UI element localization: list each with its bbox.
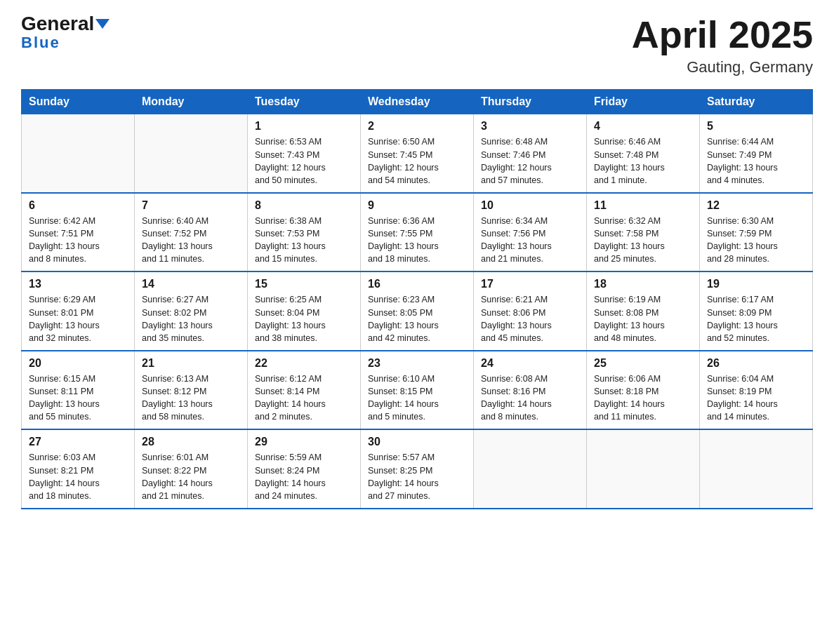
day-number: 30 bbox=[368, 436, 466, 448]
calendar-cell: 1Sunrise: 6:53 AM Sunset: 7:43 PM Daylig… bbox=[248, 114, 361, 193]
day-info: Sunrise: 6:30 AM Sunset: 7:59 PM Dayligh… bbox=[707, 215, 805, 266]
calendar-cell: 6Sunrise: 6:42 AM Sunset: 7:51 PM Daylig… bbox=[22, 193, 135, 272]
day-info: Sunrise: 6:17 AM Sunset: 8:09 PM Dayligh… bbox=[707, 293, 805, 344]
day-number: 18 bbox=[594, 278, 692, 290]
day-number: 1 bbox=[255, 120, 353, 133]
calendar-week-row: 13Sunrise: 6:29 AM Sunset: 8:01 PM Dayli… bbox=[22, 271, 813, 351]
calendar-cell: 27Sunrise: 6:03 AM Sunset: 8:21 PM Dayli… bbox=[22, 429, 135, 509]
page-header: General Blue April 2025 Gauting, Germany bbox=[21, 14, 813, 76]
calendar-cell: 25Sunrise: 6:06 AM Sunset: 8:18 PM Dayli… bbox=[587, 351, 700, 430]
calendar-cell: 17Sunrise: 6:21 AM Sunset: 8:06 PM Dayli… bbox=[474, 271, 587, 351]
day-info: Sunrise: 6:04 AM Sunset: 8:19 PM Dayligh… bbox=[707, 373, 805, 424]
day-info: Sunrise: 6:32 AM Sunset: 7:58 PM Dayligh… bbox=[594, 215, 692, 266]
calendar-cell: 5Sunrise: 6:44 AM Sunset: 7:49 PM Daylig… bbox=[700, 114, 813, 193]
day-number: 4 bbox=[594, 120, 692, 133]
day-info: Sunrise: 6:44 AM Sunset: 7:49 PM Dayligh… bbox=[707, 135, 805, 187]
calendar-cell: 24Sunrise: 6:08 AM Sunset: 8:16 PM Dayli… bbox=[474, 351, 587, 430]
calendar-cell: 2Sunrise: 6:50 AM Sunset: 7:45 PM Daylig… bbox=[361, 114, 474, 193]
calendar-week-row: 1Sunrise: 6:53 AM Sunset: 7:43 PM Daylig… bbox=[22, 114, 813, 193]
day-number: 23 bbox=[368, 357, 466, 370]
day-info: Sunrise: 6:03 AM Sunset: 8:21 PM Dayligh… bbox=[29, 451, 127, 502]
day-info: Sunrise: 6:40 AM Sunset: 7:52 PM Dayligh… bbox=[142, 215, 240, 266]
day-info: Sunrise: 6:12 AM Sunset: 8:14 PM Dayligh… bbox=[255, 373, 353, 424]
day-number: 16 bbox=[368, 278, 466, 290]
day-info: Sunrise: 6:13 AM Sunset: 8:12 PM Dayligh… bbox=[142, 373, 240, 424]
calendar-cell: 15Sunrise: 6:25 AM Sunset: 8:04 PM Dayli… bbox=[248, 271, 361, 351]
day-number: 8 bbox=[255, 199, 353, 212]
calendar-cell: 22Sunrise: 6:12 AM Sunset: 8:14 PM Dayli… bbox=[248, 351, 361, 430]
day-number: 26 bbox=[707, 357, 805, 370]
day-number: 11 bbox=[594, 199, 692, 212]
day-number: 27 bbox=[29, 436, 127, 448]
weekday-header-friday: Friday bbox=[587, 90, 700, 114]
calendar-cell: 9Sunrise: 6:36 AM Sunset: 7:55 PM Daylig… bbox=[361, 193, 474, 272]
logo-line1: General bbox=[21, 14, 110, 34]
calendar-table: SundayMondayTuesdayWednesdayThursdayFrid… bbox=[21, 89, 813, 509]
day-number: 28 bbox=[142, 436, 240, 448]
day-info: Sunrise: 6:19 AM Sunset: 8:08 PM Dayligh… bbox=[594, 293, 692, 344]
weekday-header-sunday: Sunday bbox=[22, 90, 135, 114]
day-number: 2 bbox=[368, 120, 466, 133]
weekday-header-wednesday: Wednesday bbox=[361, 90, 474, 114]
weekday-header-tuesday: Tuesday bbox=[248, 90, 361, 114]
day-info: Sunrise: 6:34 AM Sunset: 7:56 PM Dayligh… bbox=[481, 215, 579, 266]
day-info: Sunrise: 6:08 AM Sunset: 8:16 PM Dayligh… bbox=[481, 373, 579, 424]
calendar-cell bbox=[700, 429, 813, 509]
calendar-cell: 7Sunrise: 6:40 AM Sunset: 7:52 PM Daylig… bbox=[135, 193, 248, 272]
day-number: 22 bbox=[255, 357, 353, 370]
calendar-month-year: April 2025 bbox=[632, 14, 813, 55]
day-info: Sunrise: 6:53 AM Sunset: 7:43 PM Dayligh… bbox=[255, 135, 353, 187]
calendar-cell bbox=[22, 114, 135, 193]
calendar-cell: 20Sunrise: 6:15 AM Sunset: 8:11 PM Dayli… bbox=[22, 351, 135, 430]
logo-triangle-icon bbox=[95, 19, 110, 29]
calendar-cell: 28Sunrise: 6:01 AM Sunset: 8:22 PM Dayli… bbox=[135, 429, 248, 509]
day-info: Sunrise: 6:06 AM Sunset: 8:18 PM Dayligh… bbox=[594, 373, 692, 424]
day-number: 15 bbox=[255, 278, 353, 290]
weekday-header-thursday: Thursday bbox=[474, 90, 587, 114]
day-number: 29 bbox=[255, 436, 353, 448]
day-number: 12 bbox=[707, 199, 805, 212]
logo-blue-text: Blue bbox=[21, 34, 60, 52]
day-info: Sunrise: 6:01 AM Sunset: 8:22 PM Dayligh… bbox=[142, 451, 240, 502]
calendar-week-row: 6Sunrise: 6:42 AM Sunset: 7:51 PM Daylig… bbox=[22, 193, 813, 272]
weekday-header-row: SundayMondayTuesdayWednesdayThursdayFrid… bbox=[22, 90, 813, 114]
day-info: Sunrise: 5:59 AM Sunset: 8:24 PM Dayligh… bbox=[255, 451, 353, 502]
logo-blue-label: Blue bbox=[21, 34, 60, 51]
calendar-cell: 4Sunrise: 6:46 AM Sunset: 7:48 PM Daylig… bbox=[587, 114, 700, 193]
calendar-cell bbox=[474, 429, 587, 509]
day-info: Sunrise: 6:48 AM Sunset: 7:46 PM Dayligh… bbox=[481, 135, 579, 187]
day-number: 25 bbox=[594, 357, 692, 370]
calendar-cell: 10Sunrise: 6:34 AM Sunset: 7:56 PM Dayli… bbox=[474, 193, 587, 272]
day-number: 14 bbox=[142, 278, 240, 290]
calendar-cell: 13Sunrise: 6:29 AM Sunset: 8:01 PM Dayli… bbox=[22, 271, 135, 351]
day-number: 10 bbox=[481, 199, 579, 212]
day-number: 24 bbox=[481, 357, 579, 370]
calendar-cell: 11Sunrise: 6:32 AM Sunset: 7:58 PM Dayli… bbox=[587, 193, 700, 272]
day-info: Sunrise: 6:29 AM Sunset: 8:01 PM Dayligh… bbox=[29, 293, 127, 344]
calendar-cell bbox=[587, 429, 700, 509]
calendar-cell: 16Sunrise: 6:23 AM Sunset: 8:05 PM Dayli… bbox=[361, 271, 474, 351]
calendar-cell: 29Sunrise: 5:59 AM Sunset: 8:24 PM Dayli… bbox=[248, 429, 361, 509]
calendar-week-row: 20Sunrise: 6:15 AM Sunset: 8:11 PM Dayli… bbox=[22, 351, 813, 430]
day-info: Sunrise: 6:46 AM Sunset: 7:48 PM Dayligh… bbox=[594, 135, 692, 187]
day-number: 13 bbox=[29, 278, 127, 290]
day-number: 6 bbox=[29, 199, 127, 212]
logo-general-text: General bbox=[21, 14, 94, 34]
calendar-cell: 19Sunrise: 6:17 AM Sunset: 8:09 PM Dayli… bbox=[700, 271, 813, 351]
day-info: Sunrise: 6:21 AM Sunset: 8:06 PM Dayligh… bbox=[481, 293, 579, 344]
day-info: Sunrise: 6:36 AM Sunset: 7:55 PM Dayligh… bbox=[368, 215, 466, 266]
calendar-title-block: April 2025 Gauting, Germany bbox=[632, 14, 813, 76]
day-number: 19 bbox=[707, 278, 805, 290]
calendar-body: 1Sunrise: 6:53 AM Sunset: 7:43 PM Daylig… bbox=[22, 114, 813, 509]
logo: General Blue bbox=[21, 14, 110, 52]
weekday-header-monday: Monday bbox=[135, 90, 248, 114]
day-number: 5 bbox=[707, 120, 805, 133]
calendar-week-row: 27Sunrise: 6:03 AM Sunset: 8:21 PM Dayli… bbox=[22, 429, 813, 509]
calendar-location: Gauting, Germany bbox=[632, 58, 813, 76]
day-info: Sunrise: 6:42 AM Sunset: 7:51 PM Dayligh… bbox=[29, 215, 127, 266]
weekday-header-saturday: Saturday bbox=[700, 90, 813, 114]
calendar-cell: 23Sunrise: 6:10 AM Sunset: 8:15 PM Dayli… bbox=[361, 351, 474, 430]
day-info: Sunrise: 6:38 AM Sunset: 7:53 PM Dayligh… bbox=[255, 215, 353, 266]
calendar-cell: 12Sunrise: 6:30 AM Sunset: 7:59 PM Dayli… bbox=[700, 193, 813, 272]
day-info: Sunrise: 6:27 AM Sunset: 8:02 PM Dayligh… bbox=[142, 293, 240, 344]
